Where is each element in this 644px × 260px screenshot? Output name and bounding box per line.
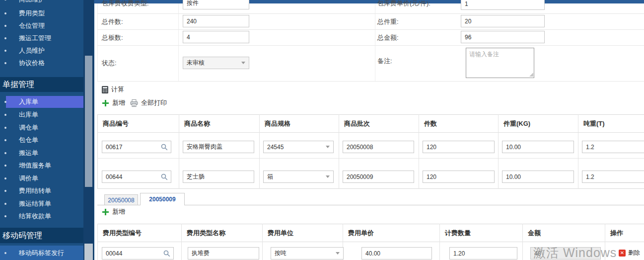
search-icon[interactable] — [163, 250, 170, 257]
col-header-product-batch: 商品批次 — [344, 115, 370, 132]
plus-icon — [102, 208, 109, 216]
product-spec-select[interactable]: 箱 — [263, 171, 334, 183]
fee-name-input[interactable] — [188, 247, 259, 260]
col-header-ton-weight: 吨重(T) — [583, 115, 605, 132]
search-icon[interactable] — [161, 173, 168, 180]
table-border — [339, 114, 339, 189]
sidebar-item-label: 增值服务单 — [19, 162, 51, 169]
product-batch-input[interactable] — [343, 141, 414, 153]
sidebar-item-handling-settlement-order[interactable]: 搬运结算单 — [0, 198, 84, 209]
product-name-input[interactable] — [183, 141, 254, 153]
sidebar-item-personnel[interactable]: 人员维护 — [0, 45, 84, 56]
product-code-input[interactable] — [102, 173, 160, 180]
sidebar-item-price-adjust-order[interactable]: 调价单 — [0, 173, 84, 184]
tab-batch-20050008[interactable]: 20050008 — [104, 194, 138, 205]
sidebar-scrollbar-track[interactable] — [83, 0, 94, 260]
sidebar-item-transfer-order[interactable]: 调仓单 — [0, 122, 84, 133]
unit-weight-input[interactable] — [502, 141, 574, 153]
status-select[interactable]: 未审核 — [183, 57, 249, 69]
form-border — [375, 3, 375, 81]
fee-price-input[interactable] — [361, 247, 432, 260]
bullet-icon — [4, 25, 6, 27]
add-fee-label: 新增 — [112, 207, 125, 216]
sidebar-item-label: 仓位管理 — [19, 22, 45, 29]
sidebar-item-label: 调仓单 — [19, 124, 38, 131]
tab-batch-20050009[interactable]: 20050009 — [140, 193, 185, 205]
qty-input[interactable] — [423, 171, 495, 183]
table-border — [179, 114, 179, 189]
sidebar-item-label: 结算收款单 — [19, 212, 51, 220]
sidebar-item-label: 搬运工管理 — [19, 34, 51, 42]
ton-weight-input[interactable] — [582, 141, 644, 153]
total-amount-input[interactable] — [461, 31, 545, 43]
clipped-field-input[interactable] — [461, 0, 545, 10]
top-panel-edge — [94, 0, 644, 3]
clipped-field-input[interactable] — [183, 0, 249, 9]
unit-weight-input[interactable] — [502, 171, 574, 183]
remark-label: 备注: — [377, 55, 392, 67]
product-batch-input[interactable] — [343, 171, 414, 183]
form-divider — [97, 13, 644, 14]
col-header-fee-qty: 计费数量 — [445, 224, 471, 242]
product-code-search[interactable] — [102, 141, 171, 153]
sidebar-item-value-added-service-order[interactable]: 增值服务单 — [0, 160, 84, 171]
sidebar-item-inbound-order[interactable]: 入库单 — [0, 96, 84, 108]
total-piece-weight-input[interactable] — [461, 15, 545, 27]
add-label: 新增 — [112, 98, 125, 107]
sidebar-item-fee-carryover-order[interactable]: 费用结转单 — [0, 185, 84, 196]
calculate-button[interactable]: 计算 — [102, 85, 124, 94]
remark-textarea[interactable] — [466, 48, 534, 78]
chevron-down-icon — [336, 252, 340, 255]
product-spec-select[interactable]: 24545 — [263, 141, 334, 153]
sidebar-item-outbound-order[interactable]: 出库单 — [0, 109, 84, 120]
table-border — [419, 114, 419, 189]
fee-unit-value: 按吨 — [271, 249, 336, 258]
sidebar-item-fee-type[interactable]: 费用类型 — [0, 8, 84, 19]
sidebar-item-label: 包仓单 — [19, 136, 38, 144]
col-header-fee-price: 费用单价 — [348, 224, 374, 242]
status-label: 状态: — [102, 57, 117, 69]
printer-icon — [130, 99, 138, 107]
sidebar-scrollbar-thumb[interactable] — [85, 56, 92, 187]
col-header-unit-weight: 件重(KG) — [503, 115, 530, 132]
calculator-icon — [102, 86, 108, 93]
print-all-button[interactable]: 全部打印 — [130, 98, 167, 107]
total-pallets-input[interactable] — [183, 31, 249, 43]
col-header-amount: 金额 — [528, 224, 541, 242]
add-product-row-button[interactable]: 新增 — [102, 98, 125, 107]
sidebar-item-package-order[interactable]: 包仓单 — [0, 135, 84, 146]
resize-grip-icon[interactable] — [529, 73, 533, 77]
bullet-icon — [4, 215, 6, 217]
delete-row-button[interactable]: ✕ 删除 — [619, 249, 640, 257]
ton-weight-input[interactable] — [582, 171, 644, 183]
total-pieces-input[interactable] — [183, 15, 249, 27]
qty-input[interactable] — [423, 141, 495, 153]
product-code-search[interactable] — [102, 171, 171, 183]
sidebar-item-agreement-price[interactable]: 协议价格 — [0, 58, 84, 69]
bullet-icon — [4, 252, 6, 254]
table-border — [439, 224, 440, 260]
form-border — [97, 3, 98, 81]
sidebar-item-product-maintenance[interactable]: 商品维护 — [0, 0, 84, 5]
sidebar-item-handling-order[interactable]: 搬运单 — [0, 148, 84, 159]
sidebar-item-label: 搬运结算单 — [19, 200, 51, 207]
fee-code-input[interactable] — [102, 250, 162, 257]
product-name-input[interactable] — [183, 171, 254, 183]
fee-unit-select[interactable]: 按吨 — [271, 247, 344, 260]
fee-qty-input[interactable] — [449, 247, 517, 260]
fee-code-search[interactable] — [102, 247, 174, 260]
add-fee-row-button[interactable]: 新增 — [102, 207, 125, 216]
total-amount-label: 总金额: — [377, 31, 399, 44]
total-pallets-label: 总板数: — [102, 31, 123, 44]
sidebar-item-porter-management[interactable]: 搬运工管理 — [0, 33, 84, 44]
sidebar-item-storage-location[interactable]: 仓位管理 — [0, 20, 84, 31]
search-icon[interactable] — [161, 144, 168, 151]
clipped-field-label: 包库费收费类型: — [102, 0, 149, 9]
product-code-input[interactable] — [102, 144, 160, 151]
sidebar-item-settlement-receipt-order[interactable]: 结算收款单 — [0, 211, 84, 222]
sidebar-item-label: 入库单 — [19, 98, 38, 105]
sidebar-item-mobile-code-label-issue[interactable]: 移动码标签发行 — [0, 246, 84, 260]
sidebar-item-label: 调价单 — [19, 174, 38, 182]
table-border — [578, 114, 578, 189]
bullet-icon — [4, 177, 6, 179]
